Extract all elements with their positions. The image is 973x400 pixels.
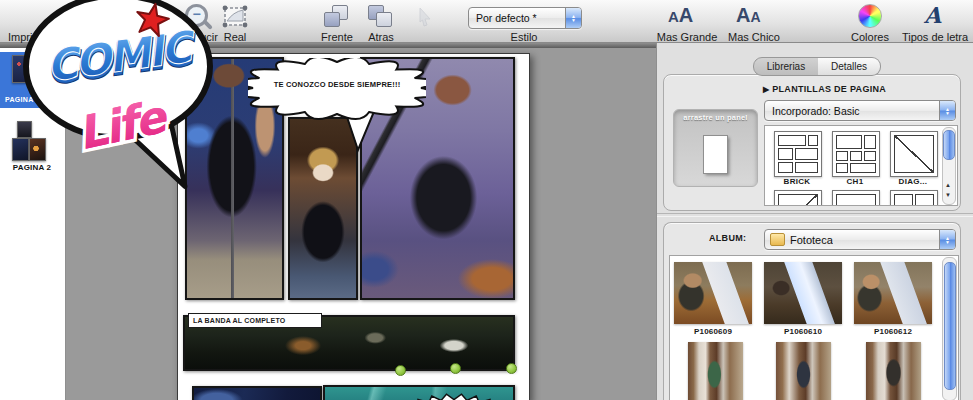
style-group-label: Estilo	[486, 31, 562, 43]
template-row2-2[interactable]	[832, 190, 880, 206]
photos-scrollbar[interactable]	[942, 257, 957, 400]
logo-word-life-fill: Life	[73, 90, 173, 161]
drag-well-label: arrastre un panel	[674, 113, 757, 122]
popup-stepper-icon: ▲▼	[939, 101, 955, 120]
page2-thumbnail-right[interactable]	[29, 138, 46, 161]
comic-life-app: { "toolbar": { "print_label": "Imprimir"…	[0, 0, 973, 400]
templates-header[interactable]: ▶ PLANTILLAS DE PAGINA	[763, 84, 886, 94]
album-icon	[770, 233, 785, 246]
page2-thumbnail-left[interactable]	[12, 138, 29, 161]
colors-label[interactable]: Colores	[846, 31, 894, 43]
photo-browser: P1060609 P1060610 P1060612	[669, 255, 959, 400]
tab-librerias[interactable]: Librerias	[753, 57, 819, 76]
template-ch1-label: CH1	[832, 177, 878, 186]
text-bigger-icon[interactable]: AA	[668, 4, 693, 27]
template-diag-label: DIAG...	[890, 177, 936, 186]
actual-size-icon[interactable]	[221, 4, 249, 33]
template-ch1[interactable]	[832, 131, 880, 177]
photo-thumbnail-2[interactable]	[764, 262, 842, 324]
selection-handle[interactable]	[506, 363, 517, 374]
selection-handle[interactable]	[450, 363, 461, 374]
logo-word-life: Life	[73, 90, 173, 161]
page1-thumbnail[interactable]	[12, 55, 34, 83]
panel-separator	[657, 213, 973, 217]
comic-panel-bottom-left[interactable]	[192, 386, 322, 400]
album-label: ALBUM:	[709, 233, 746, 243]
text-smaller-label[interactable]: Mas Chico	[722, 31, 786, 43]
photo-thumbnail-5[interactable]	[776, 342, 831, 400]
photo-thumbnail-4[interactable]	[688, 342, 743, 400]
photo-label-2: P1060610	[764, 327, 842, 336]
panel-drag-well[interactable]: arrastre un panel	[673, 109, 758, 187]
page2-label[interactable]: PAGINA 2	[0, 163, 64, 172]
zoom-in-icon[interactable]: +	[128, 4, 151, 27]
popup-stepper-icon: ▲▼	[565, 8, 581, 28]
pages-sidebar: PAGINA 1 PAGINA 2	[0, 47, 66, 400]
send-back-label[interactable]: Atras	[358, 31, 404, 43]
print-button-label[interactable]: Imprimir	[8, 31, 64, 43]
text-smaller-icon[interactable]: AA	[736, 4, 761, 27]
templates-scrollbar[interactable]: ▲▼	[942, 127, 956, 205]
photo-label-3: P1060612	[854, 327, 932, 336]
template-brick[interactable]	[774, 131, 822, 177]
disclosure-triangle-icon[interactable]: ▶	[763, 85, 769, 94]
photos-scrollbar-thumb[interactable]	[944, 262, 956, 390]
pointer-cursor-icon	[418, 7, 432, 31]
bring-front-icon[interactable]	[324, 5, 350, 29]
templates-source-popup[interactable]: Incorporado: Basic ▲▼	[764, 100, 956, 121]
popup-stepper-icon: ▲▼	[939, 230, 955, 249]
library-panel: Librerias Detalles ▶ PLANTILLAS DE PAGIN…	[656, 43, 973, 400]
bring-front-label[interactable]: Frente	[312, 31, 362, 43]
template-diag[interactable]	[890, 131, 938, 177]
style-popup[interactable]: Por defecto * ▲▼	[468, 7, 582, 29]
text-bigger-label[interactable]: Mas Grande	[652, 31, 722, 43]
blank-panel-icon[interactable]	[703, 135, 728, 174]
photo-thumbnail-1[interactable]	[674, 262, 752, 324]
speech-bubble-text: TE CONOZCO DESDE SIEMPRE!!!	[256, 80, 418, 89]
caption-box[interactable]: LA BANDA AL COMPLETO	[188, 313, 322, 328]
zoom-out-icon[interactable]: −	[185, 4, 208, 27]
scroll-arrows-icon[interactable]: ▲▼	[943, 183, 953, 198]
tab-detalles[interactable]: Detalles	[818, 57, 881, 76]
template-row2-1[interactable]	[774, 190, 822, 206]
fonts-label[interactable]: Tipos de letra	[897, 31, 973, 43]
template-row2-3[interactable]	[890, 190, 938, 206]
comic-panel-band[interactable]: LA BANDA AL COMPLETO	[183, 315, 515, 371]
photo-thumbnail-3[interactable]	[854, 262, 932, 324]
page1-label: PAGINA 1	[5, 96, 40, 103]
fonts-icon[interactable]: A	[924, 2, 941, 28]
selection-handle[interactable]	[395, 365, 406, 376]
style-popup-value: Por defecto *	[469, 12, 537, 24]
album-value: Fototeca	[785, 234, 833, 246]
colors-icon[interactable]	[858, 4, 882, 28]
templates-source-value: Incorporado: Basic	[765, 105, 860, 117]
photo-label-1: P1060609	[674, 327, 752, 336]
page2-thumbnail-small[interactable]	[17, 121, 32, 138]
album-popup[interactable]: Fototeca ▲▼	[764, 229, 956, 250]
templates-list: BRICK CH1 DIAG... ▲▼	[764, 125, 958, 206]
photo-thumbnail-6[interactable]	[866, 342, 921, 400]
send-back-icon[interactable]	[368, 5, 394, 29]
actual-size-label[interactable]: Real	[212, 31, 258, 43]
toolbar-shadow	[0, 43, 656, 48]
logo-bubble-tail	[122, 119, 185, 187]
toolbar: Imprimir + − Reducir Real Frente Atras P…	[0, 0, 973, 43]
templates-scrollbar-thumb[interactable]	[943, 130, 955, 160]
template-brick-label: BRICK	[774, 177, 820, 186]
sidebar-page1-selected[interactable]: PAGINA 1	[0, 52, 65, 108]
comic-page-canvas[interactable]: TE CONOZCO DESDE SIEMPRE!!! LA BANDA AL …	[177, 53, 530, 400]
speech-bubble[interactable]	[248, 58, 426, 156]
print-icon[interactable]	[60, 3, 90, 34]
